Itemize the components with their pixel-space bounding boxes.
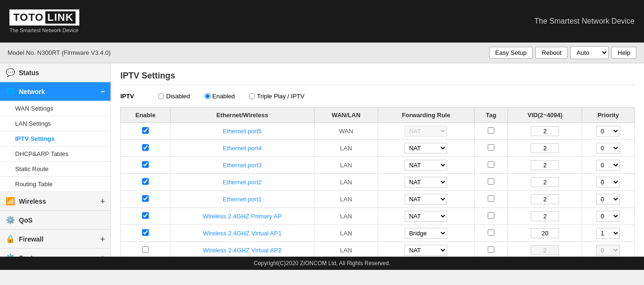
- priority-select[interactable]: 01234567: [596, 211, 620, 222]
- logo-inner: TOTO LINK: [9, 9, 79, 26]
- priority-select[interactable]: 01234567: [596, 245, 620, 256]
- sidebar-item-wan-settings[interactable]: WAN Settings: [0, 101, 110, 116]
- table-row: Ethernet port5WANNATBridge01234567: [121, 123, 635, 140]
- sidebar-item-lan-settings[interactable]: LAN Settings: [0, 116, 110, 131]
- sidebar-item-wireless[interactable]: 📶 Wireless +: [0, 192, 110, 211]
- tag-checkbox[interactable]: [488, 161, 494, 168]
- sidebar: 💬 Status 🌐 Network − WAN Settings LAN Se…: [0, 63, 111, 257]
- vid-input[interactable]: [531, 228, 559, 238]
- easy-setup-button[interactable]: Easy Setup: [489, 47, 533, 59]
- forwarding-select[interactable]: NATBridge: [405, 143, 447, 154]
- auto-select[interactable]: Auto Manual: [570, 46, 609, 59]
- forwarding-select[interactable]: NATBridge: [405, 160, 447, 171]
- sidebar-firewall-label: Firewall: [19, 235, 43, 243]
- logo-box: TOTO LINK The Smartest Network Device: [9, 9, 79, 33]
- priority-select[interactable]: 01234567: [596, 194, 620, 205]
- priority-select[interactable]: 01234567: [596, 177, 620, 188]
- system-icon: ⚙️: [6, 253, 15, 257]
- radio-enabled-input[interactable]: [204, 93, 211, 99]
- tag-checkbox[interactable]: [488, 246, 494, 253]
- vid-input[interactable]: [531, 211, 559, 221]
- reboot-button[interactable]: Reboot: [535, 47, 568, 59]
- col-wan-lan: WAN/LAN: [314, 108, 378, 123]
- forwarding-select[interactable]: NATBridge: [405, 194, 447, 205]
- tag-checkbox[interactable]: [488, 212, 494, 219]
- sidebar-item-dhcp-arp[interactable]: DHCP&ARP Tables: [0, 147, 110, 162]
- table-row: Ethernet port1LANNATBridge01234567: [121, 191, 635, 208]
- forwarding-select[interactable]: NATBridge: [405, 228, 447, 239]
- sidebar-item-static-route[interactable]: Static Route: [0, 162, 110, 177]
- radio-triple-option[interactable]: Triple Play / IPTV: [249, 93, 305, 100]
- forwarding-select[interactable]: NATBridge: [405, 211, 447, 222]
- logo-subtitle: The Smartest Network Device: [9, 27, 78, 33]
- system-expand-icon: +: [101, 254, 105, 257]
- priority-select[interactable]: 01234567: [596, 160, 620, 171]
- enable-checkbox[interactable]: [142, 229, 149, 236]
- content-area: IPTV Settings IPTV Disabled Enabled Trip…: [111, 63, 644, 257]
- footer: Copyright(C)2020 ZIONCOM Ltd, All Rights…: [0, 257, 644, 270]
- forwarding-select[interactable]: NATBridge: [405, 126, 447, 137]
- priority-select[interactable]: 01234567: [596, 228, 620, 239]
- enable-checkbox[interactable]: [142, 127, 149, 134]
- table-row: Wireless 2.4GHZ Virtual AP1LANNATBridge0…: [121, 225, 635, 242]
- priority-select[interactable]: 01234567: [596, 126, 620, 137]
- wan-lan-cell: WAN: [314, 123, 378, 140]
- sidebar-item-firewall[interactable]: 🔒 Firewall +: [0, 230, 110, 249]
- wan-lan-cell: LAN: [314, 157, 378, 174]
- radio-triple-input[interactable]: [249, 93, 255, 99]
- vid-input[interactable]: [531, 245, 559, 255]
- wan-lan-cell: LAN: [314, 140, 378, 157]
- logo-toto: TOTO: [13, 11, 43, 24]
- firewall-icon: 🔒: [6, 234, 15, 243]
- sidebar-network-label: Network: [19, 88, 45, 95]
- forwarding-select[interactable]: NATBridge: [405, 245, 447, 256]
- wan-lan-cell: LAN: [314, 225, 378, 242]
- vid-input[interactable]: [531, 177, 559, 187]
- wan-lan-cell: LAN: [314, 208, 378, 225]
- tag-checkbox[interactable]: [488, 195, 494, 202]
- radio-enabled-option[interactable]: Enabled: [204, 93, 235, 100]
- sidebar-item-iptv-settings[interactable]: IPTV Settings: [0, 131, 110, 147]
- sidebar-item-network[interactable]: 🌐 Network −: [0, 82, 110, 101]
- col-tag: Tag: [474, 108, 508, 123]
- sidebar-item-qos[interactable]: ⚙️ QoS: [0, 211, 110, 230]
- port-name: Wireless 2.4GHZ Primary AP: [170, 208, 314, 225]
- radio-disabled-input[interactable]: [158, 93, 164, 99]
- help-button[interactable]: Help: [611, 47, 636, 59]
- sidebar-system-label: System: [19, 254, 42, 257]
- table-row: Ethernet port4LANNATBridge01234567: [121, 140, 635, 157]
- tag-checkbox[interactable]: [488, 127, 494, 134]
- iptv-radio-row: IPTV Disabled Enabled Triple Play / IPTV: [120, 93, 635, 100]
- vid-input[interactable]: [531, 160, 559, 170]
- sidebar-item-system[interactable]: ⚙️ System +: [0, 249, 110, 257]
- header-tagline: The Smartest Network Device: [534, 17, 635, 26]
- vid-input[interactable]: [531, 194, 559, 204]
- port-name: Wireless 2.4GHZ Virtual AP2: [170, 242, 314, 257]
- tag-checkbox[interactable]: [488, 229, 494, 236]
- enable-checkbox[interactable]: [142, 161, 149, 168]
- network-expand-icon: −: [101, 87, 105, 96]
- wireless-expand-icon: +: [101, 197, 105, 206]
- radio-enabled-label: Enabled: [212, 93, 235, 100]
- vid-input[interactable]: [531, 126, 559, 136]
- forwarding-select[interactable]: NATBridge: [405, 177, 447, 188]
- enable-checkbox[interactable]: [142, 246, 149, 253]
- table-row: Wireless 2.4GHZ Primary APLANNATBridge01…: [121, 208, 635, 225]
- enable-checkbox[interactable]: [142, 144, 149, 151]
- sidebar-item-routing-table[interactable]: Routing Table: [0, 177, 110, 192]
- enable-checkbox[interactable]: [142, 195, 149, 202]
- enable-checkbox[interactable]: [142, 178, 149, 185]
- vid-input[interactable]: [531, 143, 559, 153]
- main-layout: 💬 Status 🌐 Network − WAN Settings LAN Se…: [0, 63, 644, 257]
- footer-copyright: Copyright(C)2020 ZIONCOM Ltd, All Rights…: [254, 260, 390, 267]
- radio-disabled-option[interactable]: Disabled: [158, 93, 190, 100]
- iptv-table: Enable Ethernet/Wireless WAN/LAN Forward…: [120, 107, 635, 257]
- wan-lan-cell: LAN: [314, 242, 378, 257]
- tag-checkbox[interactable]: [488, 144, 494, 151]
- port-name: Ethernet port5: [170, 123, 314, 140]
- priority-select[interactable]: 01234567: [596, 143, 620, 154]
- tag-checkbox[interactable]: [488, 178, 494, 185]
- col-eth-wireless: Ethernet/Wireless: [170, 108, 314, 123]
- enable-checkbox[interactable]: [142, 212, 149, 219]
- sidebar-item-status[interactable]: 💬 Status: [0, 63, 110, 82]
